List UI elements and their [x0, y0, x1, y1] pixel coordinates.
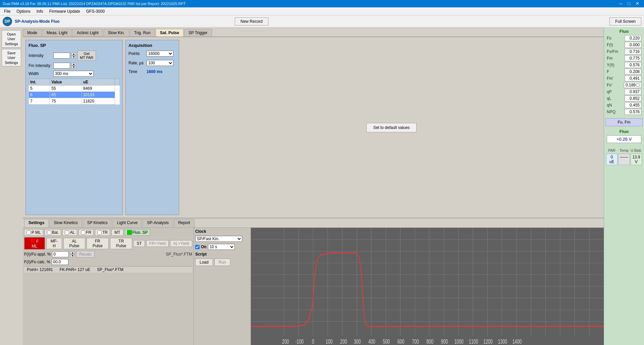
intensity-down[interactable]: ▼ [71, 56, 76, 59]
width-select[interactable]: 100 ms 200 ms 300 ms 500 ms 1000 ms [53, 71, 94, 77]
par-temp-section: PAR Temp U Batt. 0 uE —— 13.9 V [605, 147, 643, 166]
get-mt-par-button[interactable]: GetMT PAR [77, 51, 96, 61]
table-row[interactable]: 77511820 [29, 98, 120, 105]
bottom-tab-report[interactable]: Report [174, 219, 195, 227]
svg-text:800: 800 [427, 338, 434, 345]
fo-fm-button[interactable]: Fo, Fm [605, 118, 643, 126]
al-checkbox[interactable] [65, 230, 69, 235]
p-ml-toggle[interactable]: P ML [24, 229, 43, 236]
points-select[interactable]: 16000 8000 32000 [147, 51, 173, 57]
mt-button[interactable]: MT [111, 229, 123, 236]
fi-value: 0.000 [625, 42, 641, 48]
f-ml-button[interactable]: F ML [24, 237, 45, 250]
tab-actinic-light[interactable]: Actinic Light [72, 29, 103, 37]
fofo-appl-input[interactable] [52, 251, 69, 257]
foprime-row: Fo' 0.189 [605, 82, 643, 88]
fvfm-row: Fv/Fm 0.716 [605, 49, 643, 55]
fr-checkbox[interactable] [81, 230, 85, 235]
menu-options[interactable]: Options [14, 8, 33, 14]
svg-text:0: 0 [312, 338, 314, 345]
minimize-button[interactable]: ─ [617, 0, 624, 7]
open-user-settings-button[interactable]: Open User Settings [2, 30, 21, 48]
fr-pulse-button[interactable]: FR Pulse [87, 238, 109, 249]
bal-label: Bal. [52, 230, 59, 235]
foprime-checkbox[interactable] [636, 83, 640, 87]
fvfm-label: Fv/Fm [607, 49, 618, 54]
par-value: 0 uE [606, 154, 618, 165]
svg-text:1200: 1200 [483, 338, 493, 345]
fofo-calc-input[interactable] [52, 259, 68, 265]
col-scroll [115, 79, 120, 85]
bottom-tab-sp-analysis[interactable]: SP-Analysis [143, 219, 173, 227]
mf-h-button[interactable]: MF-H [46, 238, 62, 249]
menu-gfs[interactable]: GFS-3000 [84, 8, 107, 14]
fo-label: Fo [607, 36, 611, 41]
svg-text:300: 300 [354, 338, 361, 345]
close-button[interactable]: ✕ [634, 0, 641, 7]
fluo-sp-toggle[interactable]: Fluo. SP [125, 229, 150, 236]
col-value: Value [50, 79, 82, 85]
al-yield-button[interactable]: AL+Yield [170, 240, 192, 247]
tab-sat-pulse[interactable]: Sat. Pulse [156, 29, 183, 37]
tab-trig-run[interactable]: Trig. Run [130, 29, 155, 37]
table-row[interactable]: 5558469 [29, 85, 120, 92]
bottom-tab-slow-kinetics[interactable]: Slow Kinetics [49, 219, 82, 227]
intensity-label: Intensity [29, 53, 52, 58]
clock-time-select[interactable]: 10 s 5 s 20 s 30 s 60 s [208, 244, 235, 250]
clock-on-checkbox[interactable] [195, 245, 200, 249]
svg-text:600: 600 [397, 338, 405, 345]
acquisition-panel: Acquisition Points 16000 8000 32000 Rate… [125, 40, 179, 215]
fm-intensity-up[interactable]: ▲ [71, 63, 76, 66]
tab-sp-trigger[interactable]: SP Trigger [184, 29, 212, 37]
fm-intensity-down[interactable]: ▼ [71, 66, 76, 69]
menu-firmware[interactable]: Firmware Update [47, 8, 83, 14]
rate-select[interactable]: 100 50 200 [147, 60, 173, 66]
bottom-tab-light-curve[interactable]: Light Curve [113, 219, 142, 227]
set-default-button[interactable]: Set to default values [366, 123, 417, 132]
svg-text:400: 400 [368, 338, 375, 345]
al-toggle[interactable]: AL [62, 229, 77, 236]
recalc-button[interactable]: Recalc [76, 251, 95, 258]
tab-mode[interactable]: Mode [23, 29, 42, 37]
save-user-settings-button[interactable]: Save User Settings [2, 49, 21, 66]
fullscreen-button[interactable]: Full Screen [609, 17, 641, 25]
tr-checkbox[interactable] [97, 230, 102, 235]
fofo-appl-down[interactable]: ▼ [70, 254, 75, 257]
st-button[interactable]: ST [133, 240, 145, 247]
menu-file[interactable]: File [1, 8, 13, 14]
mode-label: SP-Analysis-Mode Fluo [15, 19, 60, 24]
menu-info[interactable]: Info [34, 8, 46, 14]
fofo-appl-up[interactable]: ▲ [70, 251, 75, 254]
intensity-input[interactable]: 6 [53, 53, 70, 59]
p-ml-checkbox[interactable] [26, 230, 31, 235]
tab-slow-kin[interactable]: Slow Kin. [104, 29, 129, 37]
fm-intensity-input[interactable]: 3 [53, 63, 70, 69]
bottom-tab-sp-kinetics[interactable]: SP Kinetics [83, 219, 112, 227]
tr-toggle[interactable]: TR [95, 229, 110, 236]
svg-text:900: 900 [441, 338, 448, 345]
time-value: 1600 ms [147, 69, 162, 74]
fm-row: Fm 0.775 [605, 55, 643, 61]
clock-type-select[interactable]: SP/Fast Kin. Slow Kin. [195, 236, 242, 242]
bal-checkbox[interactable] [47, 230, 51, 235]
run-script-button[interactable]: Run [214, 259, 230, 266]
svg-text:1000: 1000 [454, 338, 464, 345]
fr-toggle[interactable]: FR [78, 229, 94, 236]
tab-meas-light[interactable]: Meas. Light [42, 29, 72, 37]
new-record-button[interactable]: New Record [235, 17, 268, 25]
maximize-button[interactable]: □ [626, 0, 632, 7]
fr-yield-button[interactable]: FR+Yield [146, 240, 169, 247]
fluo-sp-title: Fluo. SP [29, 43, 120, 48]
al-pulse-button[interactable]: AL Pulse [63, 238, 85, 249]
bottom-tab-settings[interactable]: Settings [24, 219, 49, 227]
temp-value: —— [618, 154, 630, 165]
ql-value: 0.852 [625, 95, 641, 101]
clock-on-row: On 10 s 5 s 20 s 30 s 60 s [195, 244, 249, 250]
load-script-button[interactable]: Load [195, 259, 213, 266]
tr-pulse-button[interactable]: TR Pulse [110, 238, 132, 249]
bal-toggle[interactable]: Bal. [45, 229, 61, 236]
intensity-up[interactable]: ▲ [71, 53, 76, 56]
fr-label: FR [86, 230, 91, 235]
qn-value: 0.455 [625, 102, 641, 108]
table-row[interactable]: 66510133 [29, 92, 120, 98]
